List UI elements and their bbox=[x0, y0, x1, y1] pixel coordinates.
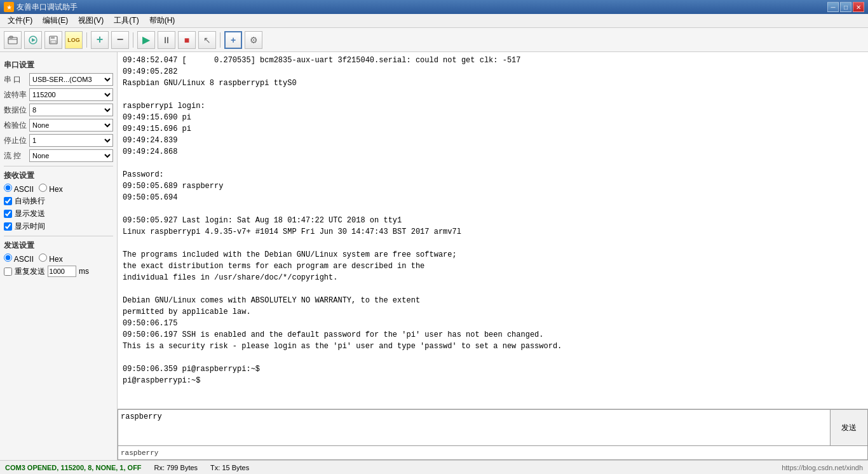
baud-rate-row: 波特率 115200 bbox=[4, 88, 113, 101]
auto-wrap-row: 自动换行 bbox=[4, 196, 113, 207]
recv-ascii-radio[interactable] bbox=[4, 184, 12, 192]
data-bits-select[interactable]: 8 bbox=[29, 104, 113, 116]
send-settings-title: 发送设置 bbox=[4, 240, 113, 251]
send-hex-radio[interactable] bbox=[39, 254, 47, 262]
flow-control-label: 流 控 bbox=[4, 151, 27, 161]
send-ascii-radio[interactable] bbox=[4, 254, 12, 262]
minus-button[interactable]: − bbox=[111, 31, 129, 49]
auto-wrap-label: 自动换行 bbox=[15, 196, 45, 207]
close-button[interactable]: ✕ bbox=[853, 2, 864, 12]
svg-rect-0 bbox=[8, 37, 17, 44]
terminal-output[interactable]: 09:48:52.047 [ 0.270535] bcm2835-aux-uar… bbox=[118, 52, 868, 409]
website-url: https://blog.csdn.net/xindh bbox=[782, 464, 863, 471]
serial-port-select[interactable]: USB-SER...(COM3 bbox=[29, 73, 113, 86]
baud-rate-label: 波特率 bbox=[4, 90, 27, 100]
show-send-checkbox[interactable] bbox=[4, 210, 12, 218]
flow-control-select[interactable]: None bbox=[29, 149, 113, 162]
baud-rate-select[interactable]: 115200 bbox=[29, 88, 113, 101]
menu-edit[interactable]: 编辑(E) bbox=[37, 14, 73, 27]
parity-row: 检验位 None bbox=[4, 119, 113, 132]
main-area: 串口设置 串 口 USB-SER...(COM3 波特率 115200 数据位 … bbox=[0, 52, 868, 460]
menu-file[interactable]: 文件(F) bbox=[3, 14, 37, 27]
history-item: raspberry bbox=[121, 449, 158, 457]
tx-bytes: Tx: 15 Bytes bbox=[210, 464, 249, 471]
serial-port-label: 串 口 bbox=[4, 74, 27, 85]
menubar: 文件(F) 编辑(E) 视图(V) 工具(T) 帮助(H) bbox=[0, 14, 868, 28]
show-time-checkbox[interactable] bbox=[4, 222, 12, 231]
menu-tools[interactable]: 工具(T) bbox=[109, 14, 144, 27]
show-time-row: 显示时间 bbox=[4, 221, 113, 232]
svg-rect-1 bbox=[10, 36, 13, 38]
show-send-row: 显示发送 bbox=[4, 208, 113, 219]
svg-rect-6 bbox=[51, 41, 56, 43]
auto-wrap-checkbox[interactable] bbox=[4, 197, 12, 205]
titlebar-title: 友善串口调试助手 bbox=[17, 2, 78, 13]
separator-2 bbox=[133, 32, 133, 48]
stop-bits-row: 停止位 1 bbox=[4, 134, 113, 147]
history-bar: raspberry bbox=[118, 446, 868, 460]
send-input[interactable]: raspberry bbox=[118, 409, 830, 446]
add-button[interactable]: + bbox=[91, 31, 109, 49]
input-box-container: raspberry 发送 bbox=[118, 409, 868, 446]
repeat-send-checkbox[interactable] bbox=[4, 267, 12, 276]
pause-button[interactable]: ⏸ bbox=[158, 31, 175, 49]
maximize-button[interactable]: □ bbox=[840, 2, 851, 12]
titlebar: ★ 友善串口调试助手 ─ □ ✕ bbox=[0, 0, 868, 14]
menu-view[interactable]: 视图(V) bbox=[73, 14, 109, 27]
titlebar-left: ★ 友善串口调试助手 bbox=[4, 2, 78, 13]
cursor-button[interactable]: ↖ bbox=[198, 31, 216, 49]
send-hex-label[interactable]: Hex bbox=[39, 254, 63, 264]
play-button[interactable]: ▶ bbox=[137, 31, 155, 49]
minimize-button[interactable]: ─ bbox=[827, 2, 839, 12]
gear-button[interactable]: ⚙ bbox=[245, 31, 262, 49]
recv-encoding-group: ASCII Hex bbox=[4, 184, 113, 194]
log-button[interactable]: LOG bbox=[65, 31, 83, 49]
repeat-unit-label: ms bbox=[79, 267, 89, 276]
rx-bytes: Rx: 799 Bytes bbox=[154, 464, 198, 471]
plus-box-button[interactable]: + bbox=[224, 31, 242, 49]
send-button[interactable]: 发送 bbox=[830, 409, 868, 446]
recv-hex-label[interactable]: Hex bbox=[39, 184, 63, 194]
stop-button[interactable]: ■ bbox=[178, 31, 196, 49]
statusbar: COM3 OPENED, 115200, 8, NONE, 1, OFF Rx:… bbox=[0, 460, 868, 474]
serial-settings-title: 串口设置 bbox=[4, 60, 113, 71]
recv-hex-radio[interactable] bbox=[39, 184, 47, 192]
data-bits-label: 数据位 bbox=[4, 105, 27, 116]
show-time-label: 显示时间 bbox=[15, 221, 45, 232]
serial-port-row: 串 口 USB-SER...(COM3 bbox=[4, 73, 113, 86]
recv-ascii-label[interactable]: ASCII bbox=[4, 184, 34, 194]
menu-help[interactable]: 帮助(H) bbox=[144, 14, 180, 27]
stop-bits-select[interactable]: 1 bbox=[29, 134, 113, 147]
separator-1 bbox=[86, 32, 87, 48]
sidebar: 串口设置 串 口 USB-SER...(COM3 波特率 115200 数据位 … bbox=[0, 52, 118, 460]
parity-label: 检验位 bbox=[4, 120, 27, 131]
divider-2 bbox=[4, 236, 113, 236]
terminal-area: 09:48:52.047 [ 0.270535] bcm2835-aux-uar… bbox=[118, 52, 868, 460]
open-button[interactable] bbox=[4, 31, 22, 49]
divider-1 bbox=[4, 166, 113, 166]
input-area: raspberry 发送 raspberry bbox=[118, 409, 868, 460]
data-bits-row: 数据位 8 bbox=[4, 104, 113, 116]
run-button[interactable] bbox=[24, 31, 42, 49]
svg-marker-3 bbox=[32, 38, 36, 42]
parity-select[interactable]: None bbox=[29, 119, 113, 132]
toolbar: LOG + − ▶ ⏸ ■ ↖ + ⚙ bbox=[0, 28, 868, 52]
save-button[interactable] bbox=[44, 31, 62, 49]
flow-control-row: 流 控 None bbox=[4, 149, 113, 162]
show-send-label: 显示发送 bbox=[15, 208, 45, 219]
repeat-send-label: 重复发送 bbox=[15, 266, 45, 277]
separator-3 bbox=[220, 32, 220, 48]
titlebar-controls: ─ □ ✕ bbox=[827, 2, 864, 12]
svg-rect-5 bbox=[51, 36, 55, 39]
app-icon: ★ bbox=[4, 2, 14, 12]
repeat-interval-input[interactable] bbox=[48, 266, 76, 277]
recv-settings-title: 接收设置 bbox=[4, 170, 113, 181]
send-ascii-label[interactable]: ASCII bbox=[4, 254, 34, 264]
repeat-send-row: 重复发送 ms bbox=[4, 266, 113, 277]
send-encoding-group: ASCII Hex bbox=[4, 254, 113, 264]
connection-status: COM3 OPENED, 115200, 8, NONE, 1, OFF bbox=[5, 464, 142, 471]
stop-bits-label: 停止位 bbox=[4, 135, 27, 146]
